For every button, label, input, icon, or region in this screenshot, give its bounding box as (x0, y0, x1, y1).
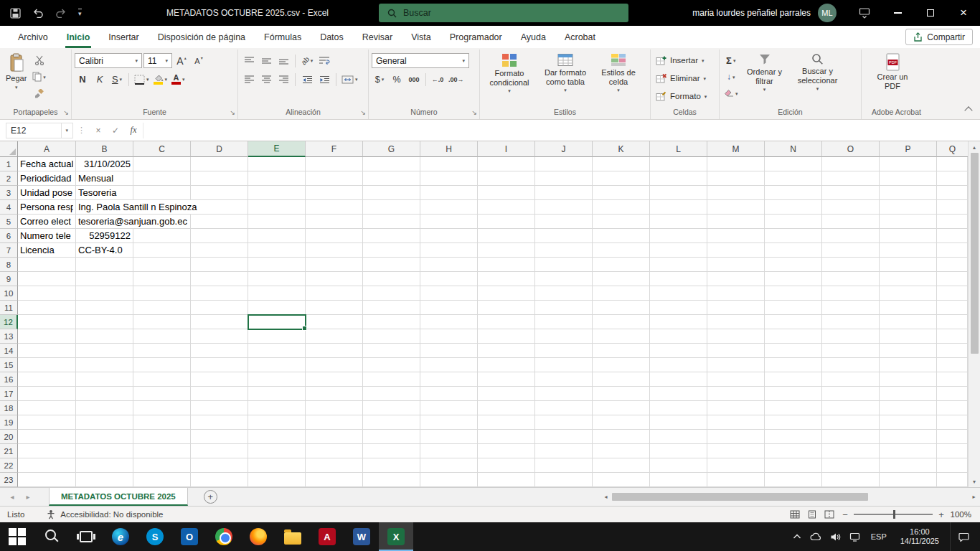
cell-L20[interactable] (650, 430, 707, 444)
cell-J9[interactable] (535, 272, 593, 286)
cell-E16[interactable] (248, 372, 306, 387)
zoom-out-icon[interactable]: − (838, 509, 852, 520)
column-header-H[interactable]: H (420, 141, 478, 157)
tab-archivo[interactable]: Archivo (9, 26, 57, 48)
row-header-9[interactable]: 9 (0, 272, 18, 286)
taskbar-button-skype[interactable]: S (138, 522, 172, 551)
cell-N15[interactable] (765, 358, 822, 372)
cell-I18[interactable] (478, 401, 535, 415)
cell-N12[interactable] (765, 315, 822, 329)
clipboard-dialog-launcher[interactable]: ↘ (63, 110, 69, 116)
cell-O19[interactable] (822, 415, 880, 430)
percent-format-button[interactable]: % (389, 72, 405, 88)
cell-C19[interactable] (133, 415, 191, 430)
cell-K12[interactable] (593, 315, 650, 329)
cell-B2[interactable]: Mensual (76, 171, 133, 186)
row-header-11[interactable]: 11 (0, 301, 18, 315)
cell-Q2[interactable] (937, 171, 968, 186)
cell-N22[interactable] (765, 458, 822, 473)
cell-C3[interactable] (133, 186, 191, 200)
align-center-button[interactable] (258, 72, 274, 88)
cell-F18[interactable] (306, 401, 363, 415)
cell-A8[interactable] (18, 258, 76, 272)
cell-I9[interactable] (478, 272, 535, 286)
cell-K14[interactable] (593, 344, 650, 358)
cell-J4[interactable] (535, 200, 593, 215)
cell-I11[interactable] (478, 301, 535, 315)
row-header-5[interactable]: 5 (0, 215, 18, 229)
cell-N17[interactable] (765, 387, 822, 401)
cell-A17[interactable] (18, 387, 76, 401)
cell-P17[interactable] (880, 387, 937, 401)
cell-H6[interactable] (420, 229, 478, 243)
cell-B8[interactable] (76, 258, 133, 272)
cell-Q7[interactable] (937, 243, 968, 258)
column-header-Q[interactable]: Q (937, 141, 968, 157)
cell-L10[interactable] (650, 286, 707, 301)
column-header-G[interactable]: G (363, 141, 420, 157)
cell-F8[interactable] (306, 258, 363, 272)
cell-L18[interactable] (650, 401, 707, 415)
decrease-decimal-button[interactable]: .00→ (447, 72, 466, 88)
cell-K21[interactable] (593, 444, 650, 458)
tab-inicio[interactable]: Inicio (57, 26, 100, 48)
cell-K16[interactable] (593, 372, 650, 387)
cell-O13[interactable] (822, 329, 880, 344)
cell-styles-button[interactable]: Estilos de celda ▾ (595, 51, 642, 93)
cell-J13[interactable] (535, 329, 593, 344)
insert-cells-button[interactable]: Insertar▾ (654, 52, 716, 68)
cell-E5[interactable] (248, 215, 306, 229)
cell-A9[interactable] (18, 272, 76, 286)
cell-J1[interactable] (535, 157, 593, 171)
avatar[interactable]: ML (818, 4, 837, 22)
cell-N4[interactable] (765, 200, 822, 215)
cell-N2[interactable] (765, 171, 822, 186)
cell-C22[interactable] (133, 458, 191, 473)
cell-N1[interactable] (765, 157, 822, 171)
cell-H1[interactable] (420, 157, 478, 171)
cell-O20[interactable] (822, 430, 880, 444)
cell-B17[interactable] (76, 387, 133, 401)
cell-C23[interactable] (133, 473, 191, 487)
cell-M12[interactable] (707, 315, 765, 329)
cell-M2[interactable] (707, 171, 765, 186)
cell-M23[interactable] (707, 473, 765, 487)
row-header-3[interactable]: 3 (0, 186, 18, 200)
volume-icon[interactable] (829, 532, 842, 542)
cell-J23[interactable] (535, 473, 593, 487)
cell-F19[interactable] (306, 415, 363, 430)
sheet-next-icon[interactable]: ▸ (20, 488, 36, 506)
cell-I19[interactable] (478, 415, 535, 430)
cell-D18[interactable] (191, 401, 248, 415)
confirm-entry-icon[interactable]: ✓ (107, 126, 124, 136)
cell-K23[interactable] (593, 473, 650, 487)
cell-I10[interactable] (478, 286, 535, 301)
cell-G1[interactable] (363, 157, 420, 171)
cell-Q5[interactable] (937, 215, 968, 229)
row-header-22[interactable]: 22 (0, 458, 18, 473)
cell-D12[interactable] (191, 315, 248, 329)
find-select-button[interactable]: Buscar y seleccionar ▾ (790, 51, 846, 91)
cell-M3[interactable] (707, 186, 765, 200)
cell-E19[interactable] (248, 415, 306, 430)
vertical-scrollbar[interactable]: ▴ ▾ (968, 141, 980, 487)
cell-M7[interactable] (707, 243, 765, 258)
cell-I23[interactable] (478, 473, 535, 487)
new-sheet-button[interactable]: + (204, 490, 217, 504)
cell-L16[interactable] (650, 372, 707, 387)
column-header-O[interactable]: O (822, 141, 880, 157)
cell-C14[interactable] (133, 344, 191, 358)
cell-G13[interactable] (363, 329, 420, 344)
cell-G11[interactable] (363, 301, 420, 315)
select-all-button[interactable] (0, 141, 18, 157)
cancel-entry-icon[interactable]: × (90, 126, 107, 136)
cell-K22[interactable] (593, 458, 650, 473)
cell-A15[interactable] (18, 358, 76, 372)
cell-M22[interactable] (707, 458, 765, 473)
currency-format-button[interactable]: $▾ (372, 72, 387, 88)
cell-E1[interactable] (248, 157, 306, 171)
cell-J17[interactable] (535, 387, 593, 401)
cell-C1[interactable] (133, 157, 191, 171)
cell-E18[interactable] (248, 401, 306, 415)
onedrive-icon[interactable] (810, 532, 823, 541)
